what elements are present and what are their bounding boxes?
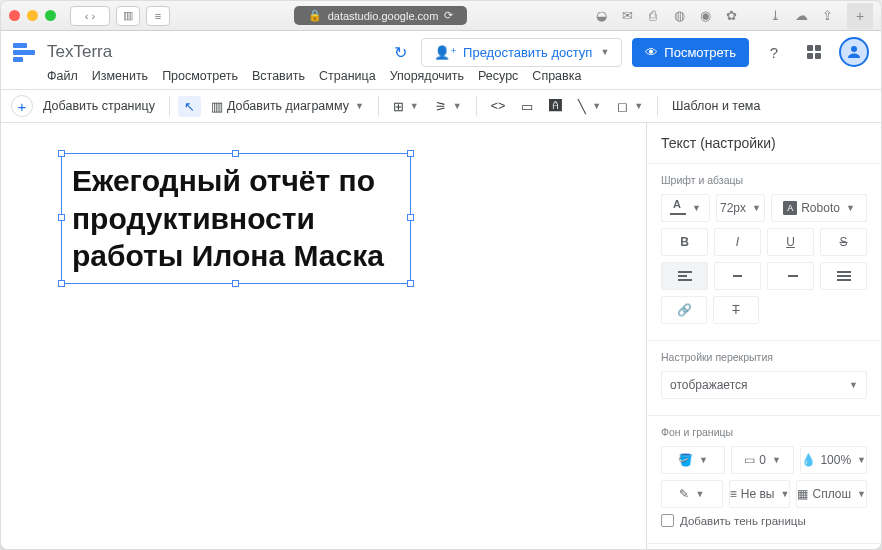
selection-tool[interactable]: ↖ <box>178 96 201 117</box>
download-icon[interactable]: ⤓ <box>765 8 785 23</box>
pdf-icon[interactable]: ⎙ <box>643 8 663 23</box>
globe-icon[interactable]: ◍ <box>669 8 689 23</box>
new-tab-button[interactable]: + <box>847 3 873 29</box>
url-text: datastudio.google.com <box>328 10 439 22</box>
view-label: Посмотреть <box>664 45 736 60</box>
menu-view[interactable]: Просмотреть <box>162 69 238 83</box>
overlay-select[interactable]: отображается▼ <box>661 371 867 399</box>
overlay-section-label: Настройки перекрытия <box>661 351 867 363</box>
add-chart-label: Добавить диаграмму <box>227 99 349 113</box>
reader-icon[interactable]: ≡ <box>146 6 170 26</box>
account-avatar[interactable] <box>839 37 869 67</box>
menu-file[interactable]: Файл <box>47 69 78 83</box>
add-chart-button[interactable]: ▥ Добавить диаграмму ▼ <box>205 96 370 117</box>
resize-handle-w[interactable] <box>58 214 65 221</box>
font-color-picker[interactable]: ▼ <box>661 194 710 222</box>
svg-point-0 <box>851 46 857 52</box>
properties-panel: Текст (настройки) Шрифт и абзацы ▼ 72px▼… <box>646 123 881 549</box>
add-page-plus-icon[interactable]: + <box>11 95 33 117</box>
border-section-label: Фон и границы <box>661 426 867 438</box>
pocket-icon[interactable]: ◒ <box>591 8 611 23</box>
traffic-lights[interactable] <box>9 10 56 21</box>
menu-arrange[interactable]: Упорядочить <box>390 69 464 83</box>
align-center-button[interactable] <box>714 262 761 290</box>
underline-button[interactable]: U <box>767 228 814 256</box>
panel-title: Текст (настройки) <box>647 123 881 164</box>
align-justify-button[interactable] <box>820 262 867 290</box>
border-color-picker[interactable]: ✎▼ <box>661 480 723 508</box>
resize-handle-nw[interactable] <box>58 150 65 157</box>
menu-resource[interactable]: Ресурс <box>478 69 518 83</box>
menu-help[interactable]: Справка <box>532 69 581 83</box>
lock-icon: 🔒 <box>308 9 322 22</box>
resize-handle-e[interactable] <box>407 214 414 221</box>
pin-icon[interactable]: ◉ <box>695 8 715 23</box>
menu-bar: Файл Изменить Просмотреть Вставить Стран… <box>1 69 881 89</box>
add-page-button[interactable]: Добавить страницу <box>37 96 161 116</box>
share-label: Предоставить доступ <box>463 45 592 60</box>
mail-icon[interactable]: ✉ <box>617 8 637 23</box>
text-tool-icon[interactable]: 🅰 <box>543 96 568 116</box>
resize-handle-n[interactable] <box>232 150 239 157</box>
reload-icon[interactable]: ⟳ <box>444 9 453 22</box>
cloud-icon[interactable]: ☁ <box>791 8 811 23</box>
border-section: Фон и границы 🪣▼ ▭ 0▼ 💧 100%▼ ✎▼ ≡ Не вы… <box>647 416 881 544</box>
font-section: Шрифт и абзацы ▼ 72px▼ ARoboto▼ B I U S <box>647 164 881 341</box>
shadow-checkbox[interactable] <box>661 514 674 527</box>
close-window-icon[interactable] <box>9 10 20 21</box>
share-button[interactable]: 👤⁺ Предоставить доступ ▼ <box>421 38 622 67</box>
link-button[interactable]: 🔗 <box>661 296 707 324</box>
shape-tool-icon[interactable]: ◻▼ <box>611 96 649 117</box>
document-title[interactable]: TexTerra <box>47 42 112 62</box>
maximize-window-icon[interactable] <box>45 10 56 21</box>
chevron-down-icon: ▼ <box>600 47 609 57</box>
border-width-input[interactable]: ▭ 0▼ <box>731 446 795 474</box>
corner-style-select[interactable]: ▦ Сплош▼ <box>796 480 867 508</box>
minimize-window-icon[interactable] <box>27 10 38 21</box>
url-embed-icon[interactable]: <> <box>485 96 512 116</box>
menu-page[interactable]: Страница <box>319 69 376 83</box>
nav-back-forward[interactable]: ‹ › <box>70 6 110 26</box>
font-section-label: Шрифт и абзацы <box>661 174 867 186</box>
undo-icon[interactable]: ↻ <box>390 39 411 66</box>
resize-handle-ne[interactable] <box>407 150 414 157</box>
control-icon[interactable]: ⚞▼ <box>429 96 468 117</box>
font-family-select[interactable]: ARoboto▼ <box>771 194 867 222</box>
font-size-select[interactable]: 72px▼ <box>716 194 765 222</box>
chart-icon: ▥ <box>211 99 223 114</box>
fill-color-picker[interactable]: 🪣▼ <box>661 446 725 474</box>
theme-button[interactable]: Шаблон и тема <box>666 96 766 116</box>
menu-edit[interactable]: Изменить <box>92 69 148 83</box>
resize-handle-se[interactable] <box>407 280 414 287</box>
help-icon[interactable]: ? <box>759 37 789 67</box>
opacity-input[interactable]: 💧 100%▼ <box>800 446 867 474</box>
clear-format-button[interactable]: T <box>713 296 759 324</box>
theme-label: Шаблон и тема <box>672 99 760 113</box>
add-page-label: Добавить страницу <box>43 99 155 113</box>
settings-icon[interactable]: ✿ <box>721 8 741 23</box>
apps-grid-icon[interactable] <box>799 37 829 67</box>
bold-button[interactable]: B <box>661 228 708 256</box>
line-style-select[interactable]: ≡ Не вы▼ <box>729 480 791 508</box>
resize-handle-s[interactable] <box>232 280 239 287</box>
share-icon[interactable]: ⇪ <box>817 8 837 23</box>
eye-icon: 👁 <box>645 45 658 60</box>
sidebar-toggle-icon[interactable]: ▥ <box>116 6 140 26</box>
view-button[interactable]: 👁 Посмотреть <box>632 38 749 67</box>
app-header: TexTerra ↻ 👤⁺ Предоставить доступ ▼ 👁 По… <box>1 31 881 69</box>
resize-handle-sw[interactable] <box>58 280 65 287</box>
align-left-button[interactable] <box>661 262 708 290</box>
image-icon[interactable]: ▭ <box>515 96 539 117</box>
community-viz-icon[interactable]: ⊞▼ <box>387 96 425 117</box>
align-right-button[interactable] <box>767 262 814 290</box>
overlay-section: Настройки перекрытия отображается▼ <box>647 341 881 416</box>
address-bar[interactable]: 🔒 datastudio.google.com ⟳ <box>294 6 468 25</box>
person-plus-icon: 👤⁺ <box>434 45 457 60</box>
strike-button[interactable]: S <box>820 228 867 256</box>
line-tool-icon[interactable]: ╲▼ <box>572 96 607 117</box>
report-canvas[interactable]: Ежегодный отчёт по продуктивности работы… <box>1 123 646 549</box>
italic-button[interactable]: I <box>714 228 761 256</box>
text-element-selected[interactable]: Ежегодный отчёт по продуктивности работы… <box>61 153 411 284</box>
text-content[interactable]: Ежегодный отчёт по продуктивности работы… <box>72 162 400 275</box>
menu-insert[interactable]: Вставить <box>252 69 305 83</box>
